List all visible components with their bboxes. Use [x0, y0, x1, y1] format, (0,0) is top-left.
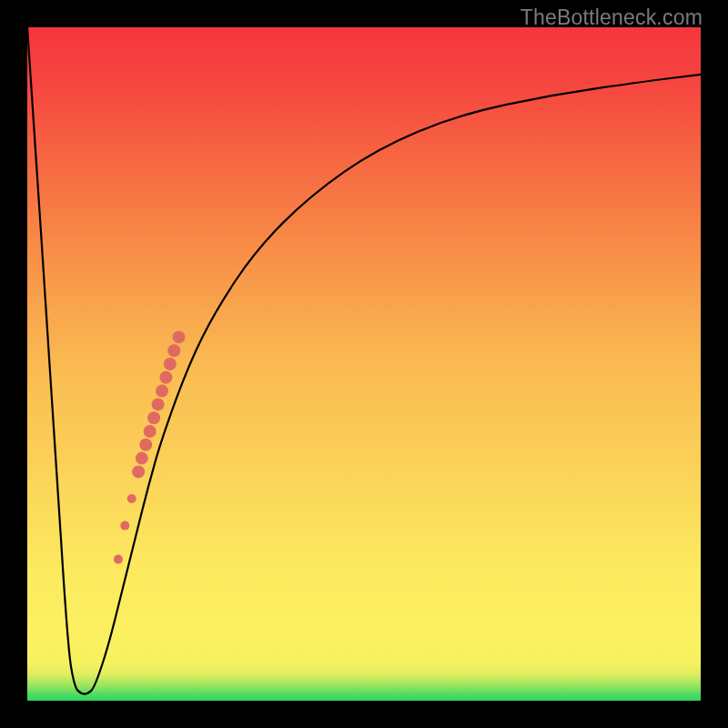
marker-dot	[139, 439, 152, 451]
marker-dot	[132, 465, 145, 478]
marker-dot	[144, 425, 157, 438]
highlight-dots	[114, 330, 186, 563]
marker-dot	[173, 330, 186, 343]
marker-dot	[167, 344, 180, 357]
marker-dot	[136, 452, 148, 465]
chart-container: TheBottleneck.com	[0, 0, 728, 728]
watermark-text: TheBottleneck.com	[521, 5, 703, 30]
marker-dot	[164, 358, 177, 370]
marker-dot	[127, 494, 136, 503]
marker-dot	[156, 385, 168, 398]
marker-dot	[159, 371, 172, 384]
marker-dot	[114, 555, 123, 564]
marker-dot	[147, 411, 160, 424]
marker-dot	[152, 398, 165, 410]
bottleneck-curve	[27, 27, 701, 694]
marker-dot	[120, 521, 129, 531]
plot-area	[27, 27, 701, 701]
curve-layer	[27, 27, 701, 701]
